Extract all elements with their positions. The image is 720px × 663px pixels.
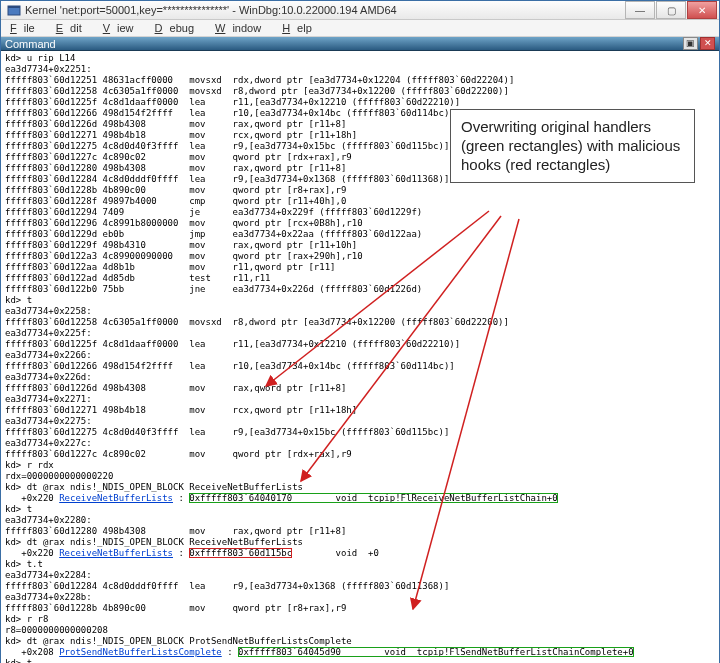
menu-debug[interactable]: Debug [148,20,208,36]
highlight-green: 0xfffff803`64040170 void tcpip!FlReceive… [189,493,557,503]
close-button[interactable]: ✕ [687,1,717,19]
menu-edit[interactable]: Edit [49,20,96,36]
annotation-box: Overwriting original handlers (green rec… [450,109,695,183]
menu-file[interactable]: File [3,20,49,36]
titlebar[interactable]: Kernel 'net:port=50001,key=*************… [1,1,719,20]
pane-title: Command [5,38,56,50]
symbol-link[interactable]: ProtSendNetBufferListsComplete [59,647,222,657]
highlight-green: 0xfffff803`64045d90 void tcpip!FlSendNet… [238,647,634,657]
command-pane-header[interactable]: Command ▣ ✕ [1,37,719,51]
minimize-button[interactable]: — [625,1,655,19]
symbol-link[interactable]: ReceiveNetBufferLists [59,548,173,558]
menubar: File Edit View Debug Window Help [1,20,719,37]
app-icon [7,3,21,17]
command-pane-body: kd> u rip L14 ea3d7734+0x2251: fffff803`… [1,51,719,663]
app-window: Kernel 'net:port=50001,key=*************… [0,0,720,663]
pane-close-button[interactable]: ✕ [700,37,715,50]
highlight-red: 0xfffff803`60d115bc [189,548,292,558]
svg-rect-1 [8,6,20,8]
maximize-button[interactable]: ▢ [656,1,686,19]
menu-help[interactable]: Help [275,20,326,36]
pane-undock-button[interactable]: ▣ [683,37,698,50]
symbol-link[interactable]: ReceiveNetBufferLists [59,493,173,503]
menu-view[interactable]: View [96,20,148,36]
menu-window[interactable]: Window [208,20,275,36]
window-title: Kernel 'net:port=50001,key=*************… [25,4,625,16]
command-output[interactable]: kd> u rip L14 ea3d7734+0x2251: fffff803`… [1,51,719,663]
